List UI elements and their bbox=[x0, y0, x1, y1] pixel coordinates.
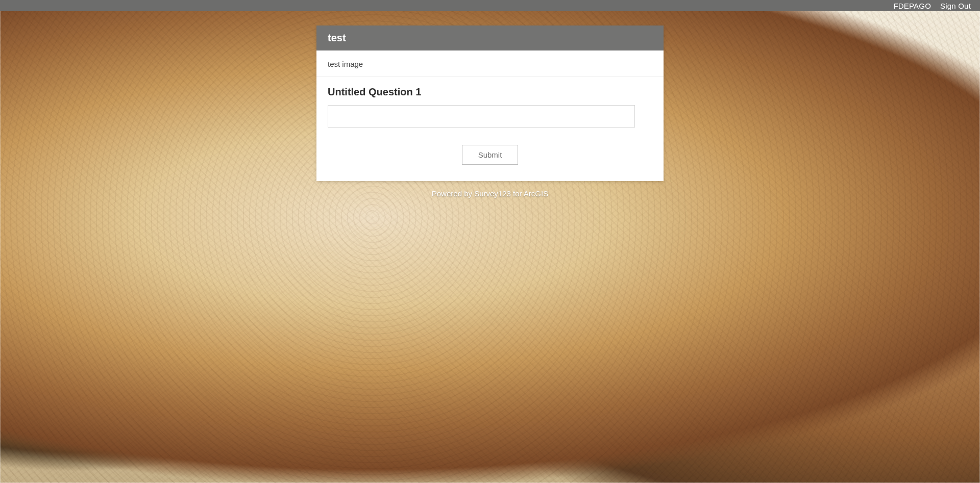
survey-card: test test image Untitled Question 1 Subm… bbox=[316, 26, 664, 181]
sign-out-link[interactable]: Sign Out bbox=[940, 2, 971, 10]
powered-by-link[interactable]: Powered by Survey123 for ArcGIS bbox=[432, 189, 548, 198]
username-link[interactable]: FDEPAGO bbox=[893, 2, 931, 10]
submit-button[interactable]: Submit bbox=[462, 145, 518, 165]
top-bar: FDEPAGO Sign Out bbox=[0, 0, 980, 11]
survey-description: test image bbox=[316, 50, 664, 77]
question-1-label: Untitled Question 1 bbox=[328, 86, 652, 98]
survey-body: Untitled Question 1 bbox=[316, 77, 664, 145]
content-wrap: test test image Untitled Question 1 Subm… bbox=[0, 11, 980, 198]
survey-actions: Submit bbox=[316, 145, 664, 181]
survey-title: test bbox=[316, 26, 664, 50]
question-1-input[interactable] bbox=[328, 105, 635, 128]
